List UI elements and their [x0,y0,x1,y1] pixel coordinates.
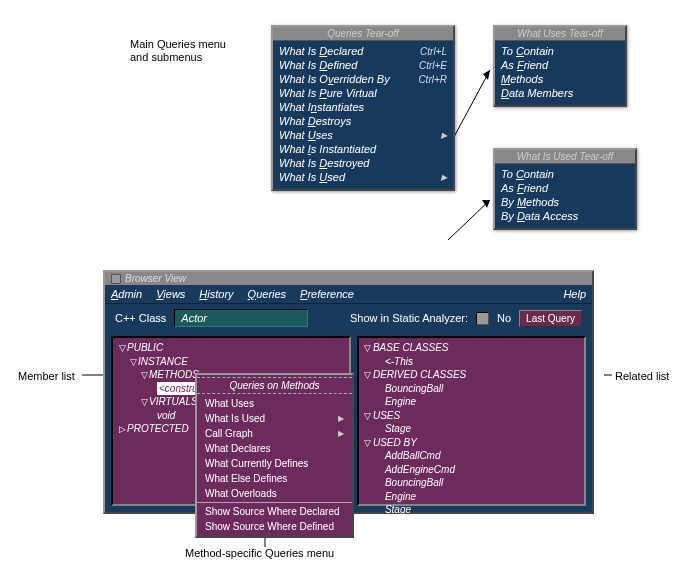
context-menu-item[interactable]: What Declares [197,441,352,456]
context-menu-item[interactable]: What Overloads [197,486,352,501]
context-menu-item[interactable]: Call Graph▶ [197,426,352,441]
svg-marker-5 [482,200,490,208]
what-is-used-tearoff-title: What Is Used Tear-off [495,150,635,164]
context-menu-item[interactable]: Show Source Where Defined [197,519,352,534]
what-is-used-item[interactable]: By Methods [501,195,629,209]
toolbar: C++ Class Actor Show in Static Analyzer:… [105,304,592,332]
tree-this[interactable]: <-This [385,356,413,367]
queries-item[interactable]: What Destroys [279,114,447,128]
menu-views[interactable]: Views [156,288,185,300]
member-list-pane[interactable]: ▽PUBLIC ▽INSTANCE ▽METHODS <constructor>… [111,336,351,506]
method-queries-context-menu: Queries on Methods What UsesWhat Is Used… [195,373,354,538]
svg-marker-3 [483,70,490,80]
queries-item[interactable]: What Is Destroyed [279,156,447,170]
tree-usedby-item[interactable]: AddEngineCmd [385,464,455,475]
no-label: No [497,312,511,324]
what-uses-tearoff-title: What Uses Tear-off [495,27,625,41]
context-menu-item[interactable]: What Is Used▶ [197,411,352,426]
type-label: C++ Class [115,312,166,324]
tree-derived-item[interactable]: BouncingBall [385,383,443,394]
menu-help[interactable]: Help [563,288,586,300]
menu-admin[interactable]: Admin [111,288,142,300]
menu-history[interactable]: History [199,288,233,300]
queries-item[interactable]: What Is DefinedCtrl+E [279,58,447,72]
tree-usedby-item[interactable]: Engine [385,491,416,502]
queries-item[interactable]: What Is Instantiated [279,142,447,156]
static-analyzer-label: Show in Static Analyzer: [350,312,468,324]
tree-uses-item[interactable]: Stage [385,423,411,434]
tree-derived-classes[interactable]: DERIVED CLASSES [373,369,466,380]
tree-methods[interactable]: METHODS [149,369,199,380]
menu-queries[interactable]: Queries [248,288,287,300]
related-list-pane[interactable]: ▽BASE CLASSES<-This▽DERIVED CLASSESBounc… [357,336,586,506]
tree-protected[interactable]: PROTECTED [127,423,189,434]
tree-usedby-item[interactable]: BouncingBall [385,477,443,488]
queries-item[interactable]: What Is Overridden ByCtrl+R [279,72,447,86]
tree-public[interactable]: PUBLIC [127,342,163,353]
what-uses-tearoff: What Uses Tear-off To ContainAs FriendMe… [493,25,627,107]
tree-virtuals[interactable]: VIRTUALS [149,396,198,407]
queries-tearoff: Queries Tear-off What Is DeclaredCtrl+LW… [271,25,455,191]
class-name-field[interactable]: Actor [174,309,308,327]
tree-base-classes[interactable]: BASE CLASSES [373,342,449,353]
queries-item[interactable]: What Uses▶ [279,128,447,142]
queries-item[interactable]: What Is DeclaredCtrl+L [279,44,447,58]
tree-void[interactable]: void [157,410,175,421]
annotation-method-menu: Method-specific Queries menu [185,547,334,560]
context-menu-item[interactable]: What Currently Defines [197,456,352,471]
menubar: AdminViewsHistoryQueriesPreference Help [105,285,592,304]
tree-uses[interactable]: USES [373,410,400,421]
context-menu-item[interactable]: What Uses [197,396,352,411]
tree-used-by[interactable]: USED BY [373,437,417,448]
queries-tearoff-title: Queries Tear-off [273,27,453,41]
queries-item[interactable]: What Instantiates [279,100,447,114]
browser-view-window: Browser View AdminViewsHistoryQueriesPre… [103,270,594,514]
what-is-used-item[interactable]: To Contain [501,167,629,181]
last-query-button[interactable]: Last Query [519,310,582,327]
tree-usedby-item[interactable]: Stage [385,504,411,515]
what-uses-item[interactable]: As Friend [501,58,619,72]
menu-preference[interactable]: Preference [300,288,354,300]
tree-derived-item[interactable]: Engine [385,396,416,407]
svg-line-4 [448,200,490,240]
annotation-related-list: Related list [615,370,669,383]
what-is-used-tearoff: What Is Used Tear-off To ContainAs Frien… [493,148,637,230]
tree-usedby-item[interactable]: AddBallCmd [385,450,441,461]
queries-item[interactable]: What Is Pure Virtual [279,86,447,100]
context-menu-item[interactable]: Show Source Where Declared [197,504,352,519]
window-title: Browser View [125,273,186,284]
what-is-used-item[interactable]: By Data Access [501,209,629,223]
no-checkbox[interactable] [476,312,489,325]
window-menu-icon[interactable] [111,274,121,284]
context-menu-title: Queries on Methods [197,377,352,394]
annotation-main-menu: Main Queries menu and submenus [130,38,240,64]
window-titlebar: Browser View [105,272,592,285]
what-is-used-item[interactable]: As Friend [501,181,629,195]
annotation-member-list: Member list [18,370,75,383]
context-menu-item[interactable]: What Else Defines [197,471,352,486]
what-uses-item[interactable]: To Contain [501,44,619,58]
what-uses-item[interactable]: Data Members [501,86,619,100]
queries-item[interactable]: What Is Used▶ [279,170,447,184]
what-uses-item[interactable]: Methods [501,72,619,86]
tree-instance[interactable]: INSTANCE [138,356,188,367]
